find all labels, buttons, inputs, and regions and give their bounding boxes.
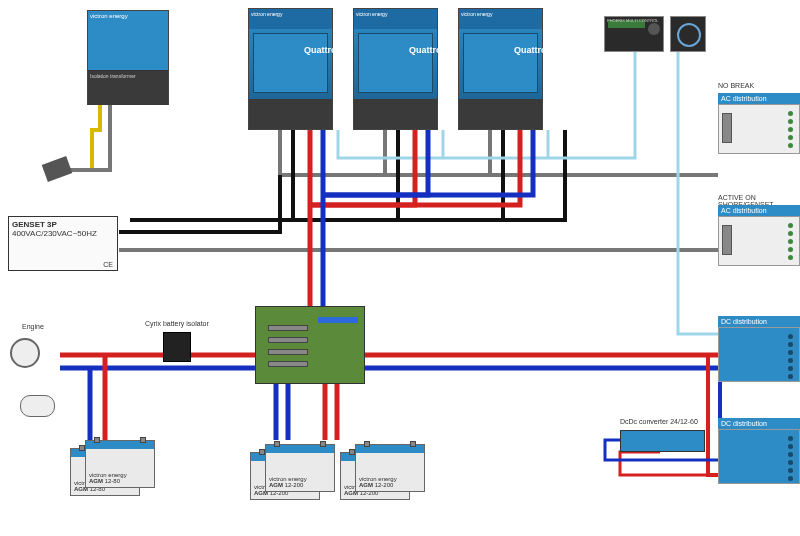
breaker-icon bbox=[722, 225, 732, 255]
genset-title: GENSET 3P bbox=[12, 220, 114, 229]
isolation-transformer: victron energy Isolation transformer bbox=[87, 10, 169, 105]
brand-label: victron energy bbox=[88, 11, 168, 21]
engine-label: Engine bbox=[22, 323, 44, 330]
dc-distribution-2: DC distribution bbox=[718, 418, 800, 484]
ac-dist-label: AC distribution bbox=[718, 205, 800, 216]
house-battery-4: victron energyAGM 12-200 bbox=[355, 444, 425, 492]
batt-model: AGM bbox=[89, 478, 103, 484]
quattro-unit-2: victron energy Quattro bbox=[353, 8, 438, 130]
lynx-busbar bbox=[255, 306, 365, 384]
cyrix-label: Cyrix battery isolator bbox=[145, 320, 209, 327]
batt-rating: 12-80 bbox=[105, 478, 120, 484]
ac-dist-label: AC distribution bbox=[718, 93, 800, 104]
panel-label: PHOENIX MULTI CONTROL bbox=[607, 18, 659, 23]
dcdc-label: DcDc converter 24/12-60 bbox=[620, 418, 698, 425]
house-battery-2: victron energyAGM 12-200 bbox=[265, 444, 335, 492]
brand-label: victron energy bbox=[356, 11, 387, 17]
brand-label: victron energy bbox=[461, 11, 492, 17]
dc-dist-label: DC distribution bbox=[718, 418, 800, 429]
dc-distribution-1: DC distribution bbox=[718, 316, 800, 382]
multi-control-panel: PHOENIX MULTI CONTROL bbox=[604, 16, 664, 52]
alternator-icon bbox=[10, 338, 58, 378]
starter-battery-2: victron energyAGM 12-80 bbox=[85, 440, 155, 488]
cyrix-isolator bbox=[163, 332, 191, 362]
quattro-unit-3: victron energy Quattro bbox=[458, 8, 543, 130]
ac-distribution-nobreak: AC distribution bbox=[718, 93, 800, 154]
dcdc-converter bbox=[620, 430, 705, 452]
section-no-break: NO BREAK bbox=[718, 82, 754, 89]
dc-dist-label: DC distribution bbox=[718, 316, 800, 327]
genset-box: GENSET 3P 400VAC/230VAC~50HZ CE bbox=[8, 216, 118, 271]
ac-distribution-shore: AC distribution bbox=[718, 205, 800, 266]
genset-rating: 400VAC/230VAC~50HZ bbox=[12, 229, 114, 238]
starter-motor-icon bbox=[20, 395, 55, 417]
transformer-label: Isolation transformer bbox=[90, 73, 166, 79]
quattro-name: Quattro bbox=[304, 45, 337, 55]
quattro-unit-1: victron energy Quattro bbox=[248, 8, 333, 130]
brand-label: victron energy bbox=[251, 11, 282, 17]
quattro-name: Quattro bbox=[409, 45, 442, 55]
quattro-name: Quattro bbox=[514, 45, 547, 55]
ce-mark: CE bbox=[103, 261, 113, 268]
shore-plug-icon bbox=[42, 156, 73, 182]
bmv-panel bbox=[670, 16, 706, 52]
breaker-icon bbox=[722, 113, 732, 143]
